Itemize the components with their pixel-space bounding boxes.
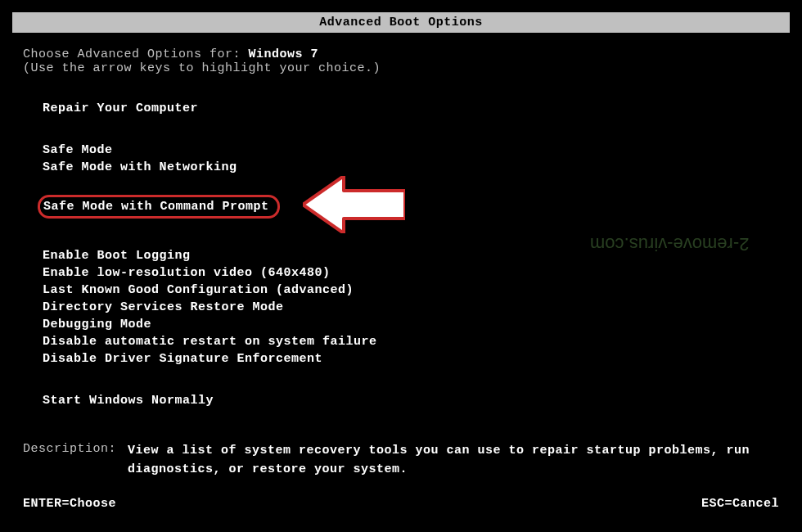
option-disable-restart[interactable]: Disable automatic restart on system fail… xyxy=(23,333,779,350)
option-repair-computer[interactable]: Repair Your Computer xyxy=(23,100,779,117)
esc-hint: ESC=Cancel xyxy=(701,497,779,511)
highlighted-row: Safe Mode with Command Prompt xyxy=(23,176,405,237)
enter-hint: ENTER=Choose xyxy=(23,497,116,511)
content-area: Choose Advanced Options for: Windows 7 (… xyxy=(0,47,802,479)
option-last-known[interactable]: Last Known Good Configuration (advanced) xyxy=(23,282,779,299)
description-text: View a list of system recovery tools you… xyxy=(128,442,779,479)
highlight-outline: Safe Mode with Command Prompt xyxy=(38,195,280,219)
title-bar: Advanced Boot Options xyxy=(12,12,790,33)
description-block: Description: View a list of system recov… xyxy=(23,442,779,479)
title-text: Advanced Boot Options xyxy=(319,16,483,29)
svg-marker-0 xyxy=(303,176,405,233)
option-disable-driver-sig[interactable]: Disable Driver Signature Enforcement xyxy=(23,350,779,367)
choose-label: Choose Advanced Options for: xyxy=(23,47,249,61)
arrow-left-icon xyxy=(303,176,405,237)
option-start-normally[interactable]: Start Windows Normally xyxy=(23,392,779,409)
option-safe-mode-networking[interactable]: Safe Mode with Networking xyxy=(23,159,779,176)
description-label: Description: xyxy=(23,442,128,479)
os-name: Windows 7 xyxy=(249,47,319,61)
watermark-text: 2-remove-virus.com xyxy=(590,233,749,255)
footer-bar: ENTER=Choose ESC=Cancel xyxy=(0,497,802,511)
option-ds-restore[interactable]: Directory Services Restore Mode xyxy=(23,299,779,316)
option-safe-mode-cmd[interactable]: Safe Mode with Command Prompt xyxy=(43,200,269,214)
choose-prompt: Choose Advanced Options for: Windows 7 xyxy=(23,47,779,61)
option-low-res[interactable]: Enable low-resolution video (640x480) xyxy=(23,264,779,282)
hint-text: (Use the arrow keys to highlight your ch… xyxy=(23,61,779,75)
option-safe-mode[interactable]: Safe Mode xyxy=(23,142,779,159)
option-debugging[interactable]: Debugging Mode xyxy=(23,316,779,333)
boot-options-list: Repair Your Computer Safe Mode Safe Mode… xyxy=(23,100,779,409)
